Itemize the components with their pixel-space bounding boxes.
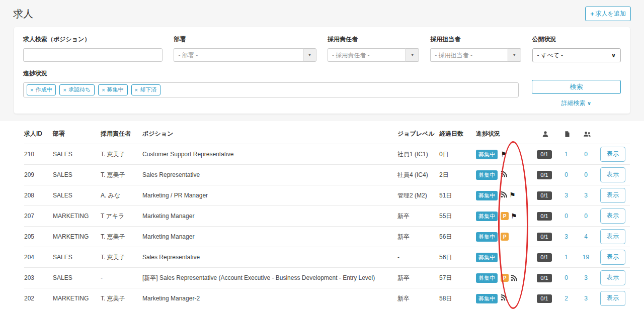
cell-job-id: 207 <box>24 206 53 227</box>
hiring-manager-filter-group: 採用責任者 ▼ <box>328 35 419 62</box>
documents-count-link[interactable]: 0 <box>565 213 568 220</box>
candidates-count-link[interactable]: 19 <box>583 254 589 261</box>
p-badge-icon[interactable]: P <box>501 274 509 282</box>
advanced-search-label: 詳細検索 <box>561 99 586 107</box>
cell-position: Marketing Manager <box>142 206 397 227</box>
cell-assignee-ratio: 0/1 <box>532 165 558 185</box>
cell-documents-count: 0 <box>558 165 576 185</box>
search-button[interactable]: 検索 <box>532 80 621 94</box>
status-badge: 募集中 <box>476 232 498 242</box>
assignee-ratio-badge: 0/1 <box>537 274 551 282</box>
recruiter-input[interactable] <box>430 48 507 62</box>
flag-icon[interactable]: ⚑ <box>511 213 517 220</box>
documents-count-link[interactable]: 1 <box>565 151 568 158</box>
header-icons-spacer <box>501 123 532 144</box>
cell-status: 募集中 <box>476 165 501 185</box>
cell-hiring-manager: T アキラ <box>101 206 142 227</box>
job-table-body: 210SALEST. 恵美子Customer Support Represent… <box>24 144 630 309</box>
candidates-count-link[interactable]: 4 <box>584 233 588 240</box>
department-input[interactable] <box>174 48 302 62</box>
candidates-count-link[interactable]: 3 <box>584 274 588 281</box>
add-job-button[interactable]: + 求人を追加 <box>585 7 631 21</box>
cell-icons: ⚑ <box>501 144 532 165</box>
hiring-manager-input[interactable] <box>328 48 406 62</box>
progress-status-tag-input[interactable]: × 作成中 × 承認待ち × 募集中 × 却下済 <box>23 82 519 97</box>
advanced-search-link[interactable]: 詳細検索 ∨ <box>532 99 621 108</box>
job-table: 求人ID 部署 採用責任者 ポジション ジョブレベル 経過日数 進捗状況 <box>24 123 630 309</box>
assignee-ratio-badge: 0/1 <box>537 171 551 179</box>
keyword-search-input[interactable] <box>23 48 163 62</box>
page-title: 求人 <box>13 7 33 21</box>
remove-tag-icon[interactable]: × <box>30 87 33 93</box>
remove-tag-icon[interactable]: × <box>135 87 138 93</box>
table-row: 204SALEST. 恵美子Sales Representative-56日募集… <box>24 247 630 268</box>
cell-candidates-count: 3 <box>576 185 598 206</box>
cell-elapsed-days: 55日 <box>439 206 476 227</box>
remove-tag-icon[interactable]: × <box>63 87 66 93</box>
rss-icon[interactable] <box>501 294 507 301</box>
rss-icon[interactable] <box>501 171 507 177</box>
recruiter-dropdown-button[interactable]: ▼ <box>508 48 521 62</box>
progress-status-filter-group: 進捗状況 × 作成中 × 承認待ち × 募集中 × 却下済 <box>23 69 519 108</box>
cell-candidates-count: 0 <box>576 165 598 185</box>
view-button[interactable]: 表示 <box>600 188 625 203</box>
tag-chip[interactable]: × 作成中 <box>27 84 56 95</box>
view-button[interactable]: 表示 <box>600 250 625 265</box>
tag-chip[interactable]: × 却下済 <box>131 84 160 95</box>
rss-icon[interactable] <box>511 275 517 281</box>
filter-row-2: 進捗状況 × 作成中 × 承認待ち × 募集中 × 却下済 <box>23 69 621 108</box>
documents-count-link[interactable]: 1 <box>565 254 568 261</box>
tag-chip[interactable]: × 募集中 <box>98 84 127 95</box>
rss-icon[interactable] <box>501 191 507 198</box>
cell-assignee-ratio: 0/1 <box>532 247 558 268</box>
documents-count-link[interactable]: 0 <box>565 274 568 281</box>
publish-status-select[interactable]: - すべて - ∨ <box>532 48 621 62</box>
cell-job-level: 社員4 (IC4) <box>397 165 439 185</box>
header-hiring-manager: 採用責任者 <box>101 123 142 144</box>
header-job-id: 求人ID <box>24 123 53 144</box>
candidates-count-link[interactable]: 0 <box>584 151 588 158</box>
tag-chip[interactable]: × 承認待ち <box>59 84 95 95</box>
department-filter-group: 部署 ▼ <box>174 35 316 62</box>
cell-hiring-manager: T. 恵美子 <box>101 165 142 185</box>
p-badge-icon[interactable]: P <box>501 233 509 241</box>
view-button[interactable]: 表示 <box>600 270 625 285</box>
documents-count-link[interactable]: 3 <box>565 233 568 240</box>
department-filter-label: 部署 <box>174 35 316 44</box>
filter-card: 求人検索（ポジション） 部署 ▼ 採用責任者 ▼ 採用担当者 ▼ 公開状 <box>14 27 630 114</box>
view-button[interactable]: 表示 <box>600 209 625 224</box>
view-button[interactable]: 表示 <box>600 229 625 244</box>
cell-documents-count: 3 <box>558 227 576 247</box>
header-candidates-column <box>576 123 598 144</box>
table-row: 210SALEST. 恵美子Customer Support Represent… <box>24 144 630 165</box>
view-button[interactable]: 表示 <box>600 291 625 306</box>
candidates-count-link[interactable]: 0 <box>584 213 588 220</box>
p-badge-icon[interactable]: P <box>501 212 509 220</box>
cell-documents-count: 3 <box>558 185 576 206</box>
flag-icon[interactable]: ⚑ <box>501 151 507 158</box>
documents-count-link[interactable]: 2 <box>565 295 568 302</box>
cell-department: SALES <box>53 185 101 206</box>
view-button[interactable]: 表示 <box>600 167 625 182</box>
candidates-count-link[interactable]: 0 <box>584 171 588 178</box>
hiring-manager-dropdown-button[interactable]: ▼ <box>406 48 419 62</box>
cell-position: Marketing / PR Manager <box>142 185 397 206</box>
keyword-filter-label: 求人検索（ポジション） <box>23 35 163 44</box>
documents-count-link[interactable]: 3 <box>565 192 568 199</box>
cell-job-id: 208 <box>24 185 53 206</box>
table-row: 202MARKETINGT. 恵美子Marketing Manager-2新卒5… <box>24 288 630 309</box>
flag-icon[interactable]: ⚑ <box>509 191 516 198</box>
cell-view: 表示 <box>598 185 630 206</box>
view-button[interactable]: 表示 <box>600 147 625 162</box>
cell-position: Marketing Manager <box>142 227 397 247</box>
publish-status-filter-label: 公開状況 <box>532 35 621 44</box>
cell-job-level: 社員1 (IC1) <box>397 144 439 165</box>
header-department: 部署 <box>53 123 101 144</box>
candidates-count-link[interactable]: 3 <box>584 192 588 199</box>
department-dropdown-button[interactable]: ▼ <box>303 48 316 62</box>
cell-job-id: 209 <box>24 165 53 185</box>
documents-count-link[interactable]: 0 <box>565 171 568 178</box>
remove-tag-icon[interactable]: × <box>102 87 105 93</box>
candidates-count-link[interactable]: 3 <box>584 295 588 302</box>
cell-job-level: 新卒 <box>397 268 439 288</box>
